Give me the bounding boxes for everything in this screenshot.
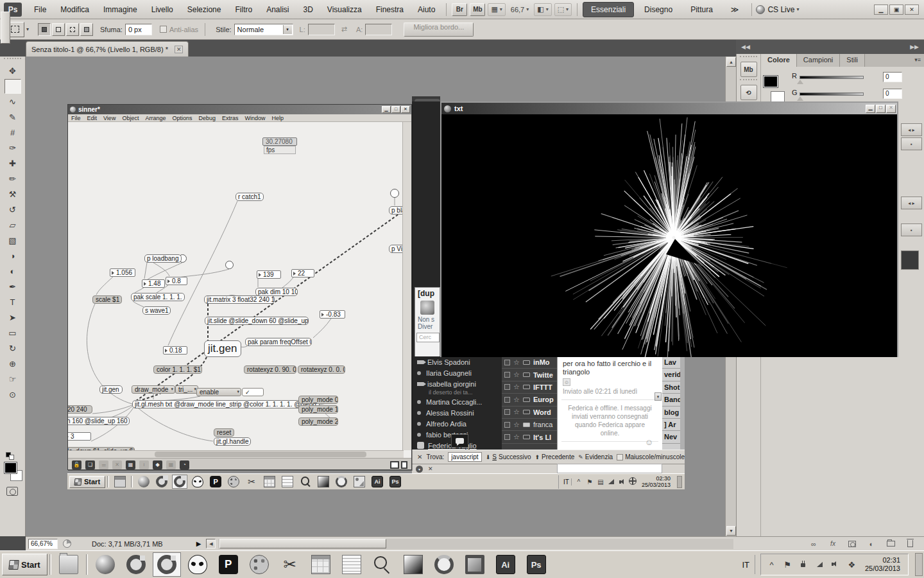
- menu-immagine[interactable]: Immagine: [96, 3, 144, 17]
- chat-contact[interactable]: Ilaria Guagneli: [412, 367, 502, 378]
- plug-icon[interactable]: [798, 559, 809, 570]
- max-menu-window[interactable]: Window: [242, 114, 269, 121]
- patch-cords-icon[interactable]: ◆: [153, 460, 162, 469]
- star-icon[interactable]: ☆: [513, 396, 520, 404]
- green-value-input[interactable]: 0: [883, 89, 902, 99]
- max-menu-arrange[interactable]: Arrange: [142, 114, 169, 121]
- patch-object[interactable]: jit.gen: [204, 340, 241, 357]
- chat-contact[interactable]: Alfredo Ardia: [412, 418, 502, 429]
- lock-icon[interactable]: 🔓: [72, 460, 81, 469]
- match-case-checkbox[interactable]: Maiuscole/minuscole: [617, 453, 685, 460]
- patch-object[interactable]: jit.matrix 3 float32 240 1: [204, 295, 275, 304]
- patch-object[interactable]: 30.27080: [262, 137, 297, 146]
- menu-visualizza[interactable]: Visualizza: [320, 3, 369, 17]
- tool-preset-arrow-icon[interactable]: ▾: [24, 26, 31, 32]
- menu-selezione[interactable]: Selezione: [180, 3, 228, 17]
- scroll-up-icon[interactable]: ▲: [726, 57, 736, 67]
- collapsed-panel-button[interactable]: ▪: [901, 137, 922, 150]
- show-desktop-button[interactable]: [915, 553, 923, 576]
- email-checkbox[interactable]: [504, 422, 510, 428]
- email-row[interactable]: ☆franca: [502, 419, 557, 431]
- email-checkbox[interactable]: [504, 434, 510, 440]
- email-row[interactable]: ☆It's LI: [502, 431, 557, 443]
- menu-finestra[interactable]: Finestra: [369, 3, 411, 17]
- foreground-color-swatch[interactable]: [4, 462, 17, 473]
- scroll-left-icon[interactable]: ◀: [206, 539, 216, 548]
- patch-object[interactable]: poly_mode 1 1: [298, 405, 338, 414]
- max-horizontal-scrollbar[interactable]: [68, 450, 404, 458]
- patch-object[interactable]: reset: [214, 428, 234, 437]
- arrange-documents-icon[interactable]: ◧▾: [534, 3, 551, 16]
- timer-icon[interactable]: ◔: [180, 460, 189, 469]
- illustrator-taskbar-slot[interactable]: Ai: [370, 475, 385, 489]
- star-icon[interactable]: ☆: [513, 433, 520, 441]
- star-icon[interactable]: ☆: [513, 383, 520, 391]
- scissors-taskbar-slot[interactable]: ✂: [276, 552, 304, 577]
- patch-object[interactable]: 20 240: [68, 405, 92, 414]
- signal-icon[interactable]: [607, 477, 616, 486]
- palette-taskbar-slot[interactable]: [226, 475, 241, 489]
- patch-object[interactable]: scale $1: [92, 295, 122, 304]
- menu-3d[interactable]: 3D: [296, 3, 320, 17]
- zoom-percentage-input[interactable]: 66,67%: [28, 539, 58, 549]
- blur-tool[interactable]: ◑: [4, 249, 21, 263]
- minimize-button[interactable]: ▁: [874, 4, 888, 15]
- workspace-more-chevron[interactable]: ≫: [723, 3, 747, 17]
- popup-scroll-button[interactable]: ▾: [654, 392, 662, 401]
- gradient-tool[interactable]: ▧: [4, 233, 21, 248]
- patch-object[interactable]: s wave1: [142, 306, 171, 315]
- max-menu-file[interactable]: File: [68, 114, 84, 121]
- collapsed-panel-button[interactable]: ◂ ▸: [901, 197, 922, 209]
- bridge-button[interactable]: Br: [452, 3, 467, 16]
- email-checkbox[interactable]: [504, 372, 510, 378]
- document-tab[interactable]: Senza titolo-1 @ 66,7% (Livello 1, RGB/8…: [26, 41, 189, 57]
- mini-bridge-button[interactable]: Mb: [470, 3, 485, 16]
- max-menu-help[interactable]: Help: [269, 114, 287, 121]
- clock[interactable]: 02:3125/03/2013: [862, 556, 903, 573]
- default-swatches-icon[interactable]: [9, 455, 14, 460]
- red-value-input[interactable]: 0: [883, 72, 902, 82]
- email-checkbox[interactable]: [504, 384, 510, 390]
- palette-taskbar-slot[interactable]: [245, 552, 273, 577]
- star-icon[interactable]: ☆: [513, 421, 520, 429]
- link-layers-icon[interactable]: ∞: [809, 539, 819, 548]
- panel-grip[interactable]: [4, 58, 21, 62]
- type-tool[interactable]: T: [4, 295, 21, 310]
- menu-file[interactable]: File: [27, 3, 53, 17]
- quick-selection-tool[interactable]: ✎: [4, 110, 21, 125]
- max-menu-extras[interactable]: Extras: [219, 114, 242, 121]
- 3d-rotate-tool[interactable]: ↻: [4, 341, 21, 356]
- smiley-icon[interactable]: ☺: [645, 437, 653, 447]
- tab-colore[interactable]: Colore: [761, 54, 797, 67]
- patch-object[interactable]: r catch1: [235, 193, 264, 201]
- toggle-object[interactable]: [390, 189, 399, 198]
- scissors-taskbar-slot[interactable]: ✂: [244, 475, 259, 489]
- zoom-tool[interactable]: ⊙: [4, 387, 21, 402]
- red-slider[interactable]: [800, 76, 864, 79]
- window-split-icon[interactable]: [390, 461, 399, 469]
- patch-object[interactable]: 0.18: [163, 346, 187, 355]
- delete-layer-icon[interactable]: [905, 539, 915, 548]
- brush-tool[interactable]: ✏: [4, 171, 21, 186]
- dialog-search-input[interactable]: Cerc: [416, 333, 440, 342]
- menu-aiuto[interactable]: Aiuto: [411, 3, 442, 17]
- style-select[interactable]: Normale ▾: [234, 24, 293, 35]
- selection-add-button[interactable]: [52, 23, 65, 36]
- chat-contact[interactable]: Martina Ciccagli...: [412, 396, 502, 407]
- patch-object[interactable]: draw_mode: [132, 385, 175, 394]
- antialias-checkbox[interactable]: [160, 26, 167, 33]
- security-icon[interactable]: ⚑: [585, 477, 594, 486]
- patch-object[interactable]: fps: [264, 146, 296, 154]
- txt-close-button[interactable]: ✕: [886, 105, 896, 113]
- selection-intersect-button[interactable]: [80, 23, 93, 36]
- adjustment-layer-icon[interactable]: ◐: [866, 539, 877, 548]
- foobar-taskbar-slot[interactable]: [184, 552, 212, 577]
- cs-live-dropdown[interactable]: CS Live▾: [756, 5, 801, 14]
- eraser-tool[interactable]: ▱: [4, 218, 21, 232]
- email-row[interactable]: ☆Twitte: [502, 369, 557, 381]
- chat-input-box[interactable]: [557, 464, 662, 473]
- layer-effects-icon[interactable]: fx: [828, 539, 838, 548]
- notepad-taskbar-slot[interactable]: [338, 552, 366, 577]
- security-icon[interactable]: ⚑: [782, 559, 793, 570]
- globe-icon[interactable]: [629, 477, 637, 485]
